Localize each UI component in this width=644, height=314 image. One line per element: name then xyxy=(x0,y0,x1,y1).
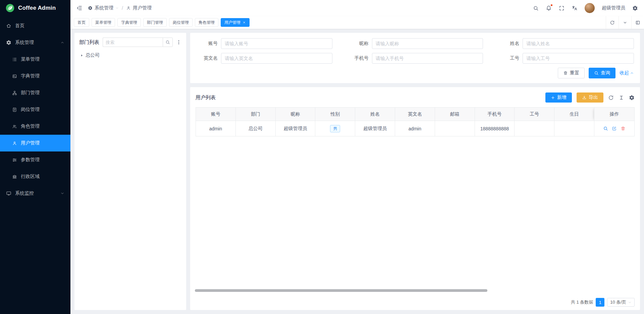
filter-actions: 重置 查询 收起 xyxy=(196,68,634,78)
tree-node-label: 总公司 xyxy=(86,52,100,58)
account-input[interactable] xyxy=(221,38,332,49)
page-size-select[interactable]: 10 条/页 xyxy=(607,298,635,307)
settings-gear-icon[interactable] xyxy=(632,5,638,11)
department-panel-header: 部门列表 xyxy=(79,38,181,47)
delete-row-icon[interactable] xyxy=(621,126,626,131)
tab-user-management[interactable]: 用户管理 xyxy=(221,18,250,27)
breadcrumb-system[interactable]: 系统管理 xyxy=(88,5,119,11)
gender-tag: 男 xyxy=(330,125,340,132)
tab-tools xyxy=(606,16,644,29)
table-row[interactable]: admin 总公司 超级管理员 男 超级管理员 admin 1888888888… xyxy=(196,121,635,136)
english-name-input[interactable] xyxy=(221,53,332,64)
view-row-icon[interactable] xyxy=(603,126,608,131)
chevron-up-icon xyxy=(630,71,634,75)
job-number-input[interactable] xyxy=(523,53,634,64)
current-user-name[interactable]: 超级管理员 xyxy=(602,5,625,11)
chevron-down-icon xyxy=(60,191,64,195)
column-header-english-name: 英文名 xyxy=(395,108,435,121)
department-panel-title: 部门列表 xyxy=(79,39,99,46)
sidebar-item-dict-management[interactable]: 字典管理 xyxy=(0,68,70,84)
leaf-logo-icon xyxy=(5,3,15,13)
content-fullscreen-icon[interactable] xyxy=(631,16,644,29)
sidebar-item-user-management[interactable]: 用户管理 xyxy=(0,135,70,151)
query-button-label: 查询 xyxy=(601,70,610,76)
page-number-button[interactable]: 1 xyxy=(596,298,604,307)
export-button-label: 导出 xyxy=(589,95,598,101)
add-user-button[interactable]: 新增 xyxy=(545,92,572,103)
sidebar-item-system-management[interactable]: 系统管理 xyxy=(0,34,70,51)
tab-label: 岗位管理 xyxy=(173,20,189,25)
sidebar-item-post-management[interactable]: 岗位管理 xyxy=(0,101,70,118)
phone-input[interactable] xyxy=(372,53,483,64)
collapse-label: 收起 xyxy=(620,70,629,76)
more-options-icon[interactable] xyxy=(176,40,181,45)
caret-right-icon[interactable] xyxy=(80,54,84,57)
user-list-header: 用户列表 新增 导出 xyxy=(196,92,635,103)
header-actions: 超级管理员 xyxy=(533,3,638,13)
list-icon xyxy=(12,57,17,62)
gear-icon xyxy=(6,40,11,45)
column-header-email: 邮箱 xyxy=(435,108,475,121)
collapse-filter-link[interactable]: 收起 xyxy=(620,70,634,76)
sidebar-item-menu-management[interactable]: 菜单管理 xyxy=(0,51,70,68)
nickname-input[interactable] xyxy=(372,38,483,49)
edit-row-icon[interactable] xyxy=(612,126,617,131)
export-button[interactable]: 导出 xyxy=(577,92,603,103)
app-title: Coffee Admin xyxy=(18,5,56,11)
tab-menu-management[interactable]: 菜单管理 xyxy=(92,18,115,27)
department-tree: 总公司 xyxy=(79,52,181,59)
fullscreen-icon[interactable] xyxy=(559,5,565,11)
sidebar-item-dept-management[interactable]: 部门管理 xyxy=(0,84,70,101)
cell-name: 超级管理员 xyxy=(355,121,395,136)
sidebar-item-home[interactable]: 首页 xyxy=(0,17,70,34)
sidebar-item-role-management[interactable]: 角色管理 xyxy=(0,118,70,135)
tab-role-management[interactable]: 角色管理 xyxy=(195,18,218,27)
sitemap-icon xyxy=(12,90,17,96)
refresh-tab-icon[interactable] xyxy=(606,16,619,29)
reset-button[interactable]: 重置 xyxy=(558,68,585,78)
column-header-phone: 手机号 xyxy=(475,108,515,121)
cell-dept: 总公司 xyxy=(235,121,275,136)
sidebar-item-region-management[interactable]: 行政区域 xyxy=(0,168,70,185)
horizontal-scrollbar[interactable] xyxy=(195,289,487,292)
tab-dept-management[interactable]: 部门管理 xyxy=(143,18,167,27)
sidebar-item-param-management[interactable]: 参数管理 xyxy=(0,151,70,168)
department-search-input[interactable] xyxy=(103,38,163,47)
query-button[interactable]: 查询 xyxy=(589,68,615,78)
column-settings-icon[interactable] xyxy=(619,95,624,101)
tab-home[interactable]: 首页 xyxy=(74,18,89,27)
tab-close-icon[interactable] xyxy=(243,21,246,24)
download-icon xyxy=(582,95,587,100)
tab-options-chevron-icon[interactable] xyxy=(619,16,631,29)
breadcrumb-label: 系统管理 xyxy=(95,5,113,11)
field-english-name: 英文名 xyxy=(196,53,332,64)
menu-fold-icon[interactable] xyxy=(76,5,83,11)
search-icon[interactable] xyxy=(533,5,539,11)
tab-dict-management[interactable]: 字典管理 xyxy=(117,18,141,27)
reset-button-label: 重置 xyxy=(570,70,579,76)
table-settings-gear-icon[interactable] xyxy=(629,95,635,101)
notification-bell-icon[interactable] xyxy=(546,5,552,11)
tree-node-root[interactable]: 总公司 xyxy=(79,52,181,59)
field-name: 姓名 xyxy=(498,38,634,49)
translate-icon[interactable] xyxy=(572,5,578,11)
total-records-text: 共 1 条数据 xyxy=(571,299,593,305)
cell-gender: 男 xyxy=(315,121,355,136)
name-input[interactable] xyxy=(523,38,634,49)
sidebar-item-label: 字典管理 xyxy=(21,73,40,79)
users-icon xyxy=(12,124,17,129)
pagination: 共 1 条数据 1 10 条/页 xyxy=(196,294,635,307)
field-nickname: 昵称 xyxy=(347,38,483,49)
cell-nickname: 超级管理员 xyxy=(275,121,315,136)
department-search-button[interactable] xyxy=(163,38,173,47)
column-header-nickname: 昵称 xyxy=(275,108,315,121)
refresh-list-icon[interactable] xyxy=(608,95,614,101)
column-header-account: 账号 xyxy=(196,108,236,121)
avatar[interactable] xyxy=(585,3,595,13)
breadcrumb-user-management[interactable]: 用户管理 xyxy=(126,5,152,11)
column-header-name: 姓名 xyxy=(355,108,395,121)
column-header-gender: 性别 xyxy=(315,108,355,121)
badge-icon xyxy=(12,107,17,112)
sidebar-item-system-monitor[interactable]: 系统监控 xyxy=(0,185,70,202)
tab-post-management[interactable]: 岗位管理 xyxy=(169,18,193,27)
